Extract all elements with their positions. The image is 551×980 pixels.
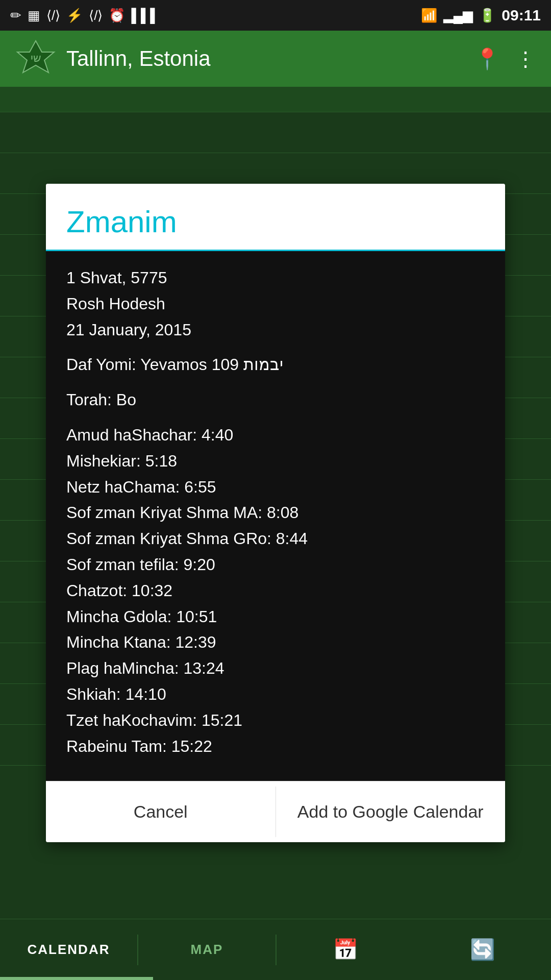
app-header: שי Tallinn, Estonia 📍 ⋮ bbox=[0, 31, 551, 87]
dialog-overlay: Zmanim 1 Shvat, 5775 Rosh Hodesh 21 Janu… bbox=[0, 117, 551, 919]
torah: Torah: Bo bbox=[66, 388, 485, 411]
zman-12: Rabeinu Tam: 15:22 bbox=[66, 735, 485, 758]
zman-2: Netz haChama: 6:55 bbox=[66, 476, 485, 499]
bottom-nav: CALENDAR MAP 📅 🔄 bbox=[0, 919, 551, 980]
zman-9: Plag haMincha: 13:24 bbox=[66, 657, 485, 680]
wifi-icon: 📶 bbox=[421, 8, 437, 23]
dialog-actions: Cancel Add to Google Calendar bbox=[46, 781, 505, 842]
rosh-hodesh: Rosh Hodesh bbox=[66, 292, 485, 315]
bottom-nav-calendar[interactable]: CALENDAR bbox=[0, 942, 137, 958]
add-to-google-calendar-button[interactable]: Add to Google Calendar bbox=[276, 781, 506, 842]
app-logo: שי bbox=[15, 38, 56, 79]
daf-yomi: Daf Yomi: Yevamos 109 יבמות bbox=[66, 353, 485, 376]
location-icon[interactable]: 📍 bbox=[474, 47, 500, 71]
battery-icon: 🔋 bbox=[479, 8, 495, 23]
zmanim-dialog: Zmanim 1 Shvat, 5775 Rosh Hodesh 21 Janu… bbox=[46, 184, 505, 842]
sim-icon: ▦ bbox=[28, 8, 40, 23]
zman-1: Mishekiar: 5:18 bbox=[66, 450, 485, 473]
status-bar: ✏ ▦ ⟨/⟩ ⚡ ⟨/⟩ ⏰ ▌▌▌ 📶 ▂▄▆ 🔋 09:11 bbox=[0, 0, 551, 31]
bottom-nav-map[interactable]: MAP bbox=[138, 942, 276, 958]
usb-icon: ⚡ bbox=[66, 8, 83, 23]
calendar-icon: 📅 bbox=[333, 938, 358, 962]
zman-10: Shkiah: 14:10 bbox=[66, 683, 485, 706]
clock-icon: ⏰ bbox=[109, 8, 125, 23]
status-icons-left: ✏ ▦ ⟨/⟩ ⚡ ⟨/⟩ ⏰ ▌▌▌ bbox=[10, 8, 160, 23]
zman-0: Amud haShachar: 4:40 bbox=[66, 424, 485, 447]
zman-4: Sof zman Kriyat Shma GRo: 8:44 bbox=[66, 527, 485, 550]
more-vert-icon[interactable]: ⋮ bbox=[515, 47, 536, 70]
zman-7: Mincha Gdola: 10:51 bbox=[66, 605, 485, 628]
calendar-background: Zmanim 1 Shvat, 5775 Rosh Hodesh 21 Janu… bbox=[0, 87, 551, 919]
dialog-title-bar: Zmanim bbox=[46, 184, 505, 251]
zman-5: Sof zman tefila: 9:20 bbox=[66, 553, 485, 576]
gregorian-date: 21 January, 2015 bbox=[66, 318, 485, 341]
header-icons: 📍 ⋮ bbox=[474, 47, 536, 71]
cancel-button[interactable]: Cancel bbox=[46, 781, 276, 842]
bottom-nav-refresh-item[interactable]: 🔄 bbox=[414, 938, 551, 962]
zman-8: Mincha Ktana: 12:39 bbox=[66, 631, 485, 654]
bottom-nav-calendar-icon-item[interactable]: 📅 bbox=[277, 938, 414, 962]
zman-6: Chatzot: 10:32 bbox=[66, 579, 485, 602]
status-icons-right: 📶 ▂▄▆ 🔋 09:11 bbox=[421, 7, 541, 24]
dialog-content: 1 Shvat, 5775 Rosh Hodesh 21 January, 20… bbox=[46, 251, 505, 781]
refresh-icon: 🔄 bbox=[470, 938, 495, 962]
dialog-title: Zmanim bbox=[66, 205, 177, 239]
zman-11: Tzet haKochavim: 15:21 bbox=[66, 709, 485, 732]
barcode-icon: ▌▌▌ bbox=[131, 8, 159, 23]
signal-icon: ▂▄▆ bbox=[443, 8, 473, 23]
progress-bar bbox=[0, 977, 153, 980]
map-nav-label: MAP bbox=[191, 942, 223, 958]
hebrew-date: 1 Shvat, 5775 bbox=[66, 266, 485, 289]
code2-icon: ⟨/⟩ bbox=[89, 8, 103, 23]
edit-icon: ✏ bbox=[10, 8, 21, 23]
zman-3: Sof zman Kriyat Shma MA: 8:08 bbox=[66, 501, 485, 524]
svg-text:שי: שי bbox=[31, 52, 41, 64]
status-time: 09:11 bbox=[502, 7, 541, 24]
calendar-nav-label: CALENDAR bbox=[28, 942, 110, 958]
code-icon: ⟨/⟩ bbox=[46, 8, 60, 23]
app-title: Tallinn, Estonia bbox=[66, 46, 474, 71]
